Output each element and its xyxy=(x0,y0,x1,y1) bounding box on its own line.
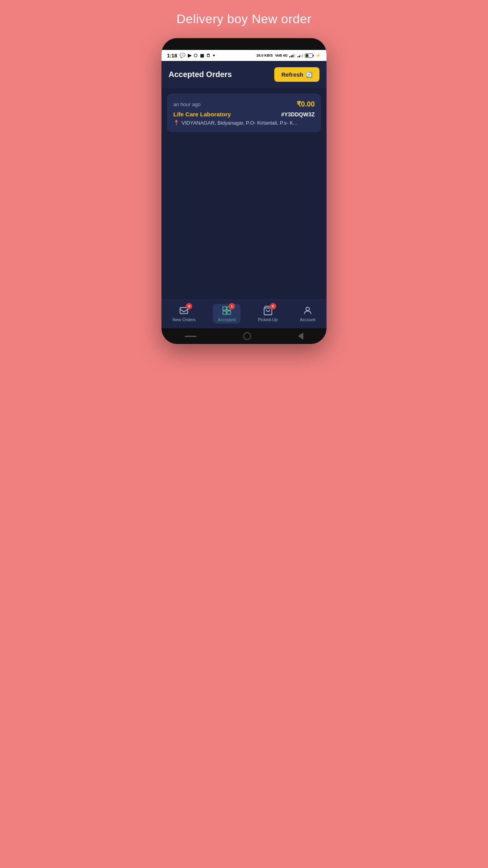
picked-up-icon-wrap: 0 xyxy=(263,305,273,316)
dot-indicator: • xyxy=(213,52,215,59)
page-title-area: Delivery boy New order xyxy=(176,8,312,38)
svg-rect-4 xyxy=(227,311,231,314)
paper-icon: 🗒 xyxy=(206,53,211,58)
battery-tip xyxy=(313,55,314,57)
signal-bar-7 xyxy=(301,55,302,57)
account-icon xyxy=(303,305,313,316)
new-orders-badge: 0 xyxy=(186,303,192,309)
orders-list: an hour ago ₹0.00 Life Care Laboratory #… xyxy=(161,88,327,300)
nav-item-account[interactable]: Account xyxy=(295,304,320,324)
signal-bar-8 xyxy=(302,54,303,57)
status-bar-right: 26.0 KB/S VoB 4G ⚡ xyxy=(257,53,321,58)
battery-fill xyxy=(306,54,308,57)
browser-icon: ⬡ xyxy=(194,53,198,58)
accepted-badge: 1 xyxy=(229,303,235,309)
location-icon: 📍 xyxy=(173,120,180,126)
battery-icon xyxy=(305,53,314,58)
order-time: an hour ago xyxy=(173,101,200,107)
phone-frame: 1:18 💬 ▶ ⬡ ▦ 🗒 • 26.0 KB/S VoB 4G xyxy=(161,38,327,344)
status-bar-left: 1:18 💬 ▶ ⬡ ▦ 🗒 • xyxy=(167,52,215,59)
order-store-name: Life Care Laboratory xyxy=(173,111,231,118)
picked-up-badge: 0 xyxy=(270,303,276,309)
order-mid-row: Life Care Laboratory #Y3DDQW3Z xyxy=(173,111,315,118)
accepted-icon-wrap: 1 xyxy=(222,305,232,316)
bottom-gesture-home xyxy=(243,332,251,340)
order-address-row: 📍 VIDYANAGAR, Bidyanagar, P.O- Kirtantal… xyxy=(173,120,315,126)
account-icon-wrap xyxy=(303,305,313,316)
whatsapp-icon: 💬 xyxy=(180,53,185,58)
phone-bottom-bar xyxy=(161,328,327,344)
order-top-row: an hour ago ₹0.00 xyxy=(173,100,315,108)
new-orders-icon-wrap: 0 xyxy=(179,305,189,316)
signal-bar-3 xyxy=(292,55,294,57)
svg-rect-1 xyxy=(223,307,226,310)
new-orders-label: New Orders xyxy=(172,317,196,322)
page-title: Delivery boy New order xyxy=(176,12,312,26)
phone-notch xyxy=(161,38,327,50)
signal-bar-1 xyxy=(289,56,290,57)
refresh-icon: 🔄 xyxy=(306,72,312,78)
youtube-icon: ▶ xyxy=(188,53,191,58)
network-speed: 26.0 KB/S xyxy=(257,53,273,58)
svg-rect-3 xyxy=(223,311,226,314)
app-content: Accepted Orders Refresh 🔄 an hour ago ₹0… xyxy=(161,61,327,328)
order-id: #Y3DDQW3Z xyxy=(281,111,315,118)
nav-item-new-orders[interactable]: 0 New Orders xyxy=(168,304,200,324)
signal-bar-4 xyxy=(294,54,295,57)
signal-bar-2 xyxy=(291,55,292,57)
nav-item-picked-up[interactable]: 0 Picked-Up xyxy=(253,304,283,324)
signal-bar-6 xyxy=(299,55,300,57)
bottom-gesture-back xyxy=(298,333,303,340)
signal-bars-2 xyxy=(297,53,303,57)
app-header: Accepted Orders Refresh 🔄 xyxy=(161,61,327,88)
lightning-icon: ⚡ xyxy=(316,53,321,58)
refresh-button-label: Refresh xyxy=(281,71,303,78)
order-amount: ₹0.00 xyxy=(297,100,315,108)
order-card[interactable]: an hour ago ₹0.00 Life Care Laboratory #… xyxy=(167,94,321,132)
bottom-nav: 0 New Orders 1 Accepted xyxy=(161,300,327,328)
svg-point-5 xyxy=(306,307,310,311)
order-address: VIDYANAGAR, Bidyanagar, P.O- Kirtantali,… xyxy=(182,120,297,126)
signal-bars xyxy=(289,53,295,57)
signal-bar-5 xyxy=(297,56,299,57)
picked-up-label: Picked-Up xyxy=(258,317,278,322)
status-time: 1:18 xyxy=(167,53,177,59)
bottom-gesture-menu xyxy=(185,336,196,337)
header-title: Accepted Orders xyxy=(169,70,232,79)
accepted-label: Accepted xyxy=(218,317,236,322)
nav-item-accepted[interactable]: 1 Accepted xyxy=(213,304,240,324)
refresh-button[interactable]: Refresh 🔄 xyxy=(274,67,319,82)
status-bar: 1:18 💬 ▶ ⬡ ▦ 🗒 • 26.0 KB/S VoB 4G xyxy=(161,50,327,61)
account-label: Account xyxy=(300,317,316,322)
card-icon: ▦ xyxy=(200,53,204,58)
network-type: VoB 4G xyxy=(275,53,288,57)
